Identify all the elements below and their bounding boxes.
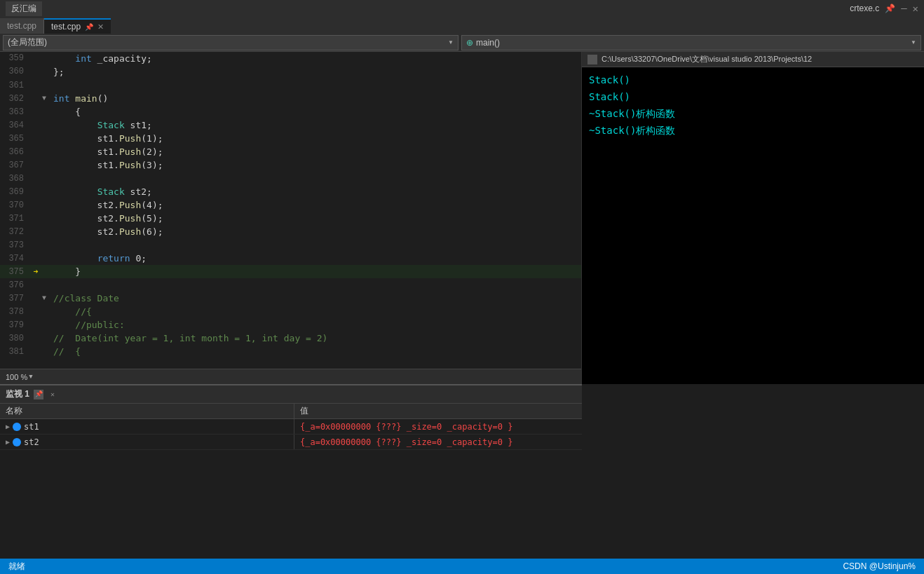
scope-label: (全局范围) (8, 36, 47, 48)
scope-arrow: ▼ (448, 39, 454, 46)
fold-marker-377[interactable]: ▼ (42, 294, 50, 302)
code-line: 379 //public: (0, 318, 581, 332)
watch-name-st2: ▶ st2 (0, 435, 294, 449)
code-line: 377 ▼ //class Date (0, 292, 581, 305)
status-bar: 就绪 CSDN @Ustinjun% (0, 559, 924, 574)
line-num: 360 (0, 65, 29, 78)
code-line: 359 int _capacity; (0, 52, 581, 65)
obj-icon-st2 (13, 438, 21, 446)
code-line: 380 // Date(int year = 1, int month = 1,… (0, 332, 581, 345)
debug-arrow: ➔ (29, 266, 42, 277)
watch-header: 监视 1 📌 ✕ (0, 385, 582, 404)
code-line: 365 st1.Push(1); (0, 132, 581, 145)
reverse-label: 反汇编 (6, 1, 42, 16)
status-left: 就绪 (8, 561, 25, 573)
watch-name-label-st1: st1 (24, 422, 39, 432)
code-line: 376 (0, 278, 581, 292)
toolbar: (全局范围) ▼ ⊕ main() ▼ (0, 34, 924, 52)
code-line: 368 (0, 172, 581, 185)
watch-name-st1: ▶ st1 (0, 419, 294, 434)
func-selector[interactable]: ⊕ main() ▼ (461, 35, 921, 50)
code-line: 364 Stack st1; (0, 118, 581, 132)
tab-close-btn[interactable]: ✕ (97, 22, 104, 32)
code-line: 369 Stack st2; (0, 185, 581, 198)
line-code: int _capacity; (50, 52, 581, 65)
watch-close-btn[interactable]: ✕ (48, 390, 57, 399)
line-num: 359 (0, 52, 29, 65)
code-line: 362 ▼ int main() (0, 92, 581, 105)
expand-arrow-st2[interactable]: ▶ (6, 438, 10, 446)
watch-val-st1: {_a=0x00000000 {???} _size=0 _capacity=0… (294, 422, 582, 432)
code-line: 363 { (0, 105, 581, 118)
code-line: 361 (0, 78, 581, 92)
console-line-3: ~Stack()析构函数 (589, 105, 917, 122)
code-line: 366 st1.Push(2); (0, 145, 581, 158)
code-line: 360 }; (0, 65, 581, 78)
code-line: 381 // { (0, 345, 581, 358)
watch-name-label-st2: st2 (24, 437, 39, 447)
zoom-value: 100 % (6, 373, 27, 381)
tab-active[interactable]: test.cpp 📌 ✕ (44, 18, 111, 34)
console-line-2: Stack() (589, 88, 917, 105)
watch-tab-label: 监视 1 (6, 388, 29, 400)
console-output: Stack() Stack() ~Stack()析构函数 ~Stack()析构函… (582, 67, 924, 384)
code-line: 378 //{ (0, 305, 581, 318)
watch-pin-btn[interactable]: 📌 (34, 390, 43, 399)
console-window-icon (587, 55, 597, 64)
watch-row-st2[interactable]: ▶ st2 {_a=0x00000000 {???} _size=0 _capa… (0, 435, 582, 450)
status-right: CSDN @Ustinjun% (843, 561, 916, 571)
tab-active-label: test.cpp (51, 22, 81, 32)
code-line: 370 st2.Push(4); (0, 198, 581, 212)
code-line: 367 st1.Push(3); (0, 158, 581, 172)
watch-row-st1[interactable]: ▶ st1 {_a=0x00000000 {???} _size=0 _capa… (0, 419, 582, 435)
tab-inactive[interactable]: test.cpp (0, 18, 44, 34)
console-line-4: ~Stack()析构函数 (589, 122, 917, 139)
title-right: crtexe.c (850, 4, 879, 13)
func-icon: ⊕ (466, 38, 473, 48)
code-line: 372 st2.Push(6); (0, 225, 581, 238)
code-content: 359 int _capacity; 360 }; 361 (0, 52, 581, 369)
scope-selector[interactable]: (全局范围) ▼ (3, 35, 458, 50)
tab-inactive-label: test.cpp (7, 21, 36, 31)
watch-table-header: 名称 值 (0, 404, 582, 419)
line-code: }; (50, 65, 581, 78)
zoom-dropdown[interactable]: ▼ (29, 374, 32, 381)
watch-panel: 监视 1 📌 ✕ 名称 值 ▶ st1 {_a=0x00000000 {???}… (0, 384, 582, 503)
zoom-bar: 100 % ▼ (0, 369, 581, 384)
expand-arrow-st1[interactable]: ▶ (6, 423, 10, 430)
close-icon[interactable]: ✕ (913, 3, 918, 15)
watch-col-name-header: 名称 (0, 404, 294, 418)
code-line: 373 (0, 238, 581, 252)
console-path-bar: C:\Users\33207\OneDrive\文档\visual studio… (582, 52, 924, 67)
console-line-1: Stack() (589, 71, 917, 88)
obj-icon-st1 (13, 423, 21, 431)
console-path-text: C:\Users\33207\OneDrive\文档\visual studio… (602, 54, 812, 64)
code-editor[interactable]: 359 int _capacity; 360 }; 361 (0, 52, 582, 384)
code-line: 371 st2.Push(5); (0, 212, 581, 225)
code-line: 374 return 0; (0, 252, 581, 265)
minimize-icon[interactable]: — (901, 3, 906, 14)
fold-marker-362[interactable]: ▼ (42, 95, 50, 102)
tab-pin-icon[interactable]: 📌 (85, 23, 93, 31)
func-label: main() (476, 38, 500, 48)
code-line-375: 375 ➔ } (0, 265, 581, 278)
console-panel: C:\Users\33207\OneDrive\文档\visual studio… (582, 52, 924, 384)
watch-val-st2: {_a=0x00000000 {???} _size=0 _capacity=0… (294, 437, 582, 447)
watch-col-val-header: 值 (294, 404, 582, 418)
pin-icon[interactable]: 📌 (885, 4, 895, 14)
func-arrow: ▼ (911, 39, 916, 46)
